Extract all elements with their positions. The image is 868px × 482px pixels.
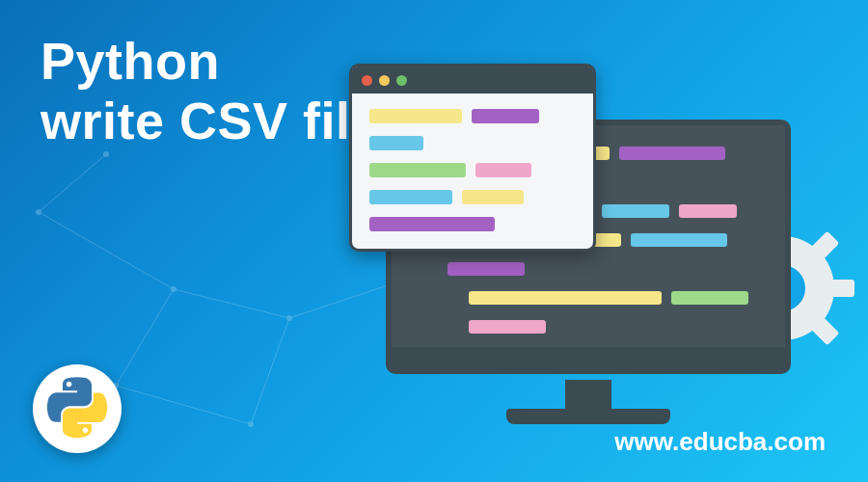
svg-point-11 xyxy=(286,315,292,321)
illustration xyxy=(293,52,833,418)
svg-point-14 xyxy=(103,151,109,157)
svg-point-8 xyxy=(36,209,41,215)
close-icon xyxy=(362,75,372,86)
popup-titlebar xyxy=(352,67,593,94)
svg-point-12 xyxy=(248,421,254,427)
svg-line-0 xyxy=(39,212,174,289)
svg-line-5 xyxy=(116,386,251,424)
maximize-icon xyxy=(396,75,407,86)
python-logo-badge xyxy=(33,364,122,453)
minimize-icon xyxy=(379,75,390,86)
site-url: www.educba.com xyxy=(614,427,826,457)
svg-line-6 xyxy=(39,154,106,212)
python-logo-icon xyxy=(45,377,109,441)
svg-point-9 xyxy=(171,286,176,292)
svg-line-3 xyxy=(251,318,289,424)
svg-rect-19 xyxy=(831,280,854,297)
svg-line-2 xyxy=(174,289,289,318)
popup-body xyxy=(352,94,593,249)
svg-line-1 xyxy=(116,289,174,386)
popup-window xyxy=(349,64,596,252)
